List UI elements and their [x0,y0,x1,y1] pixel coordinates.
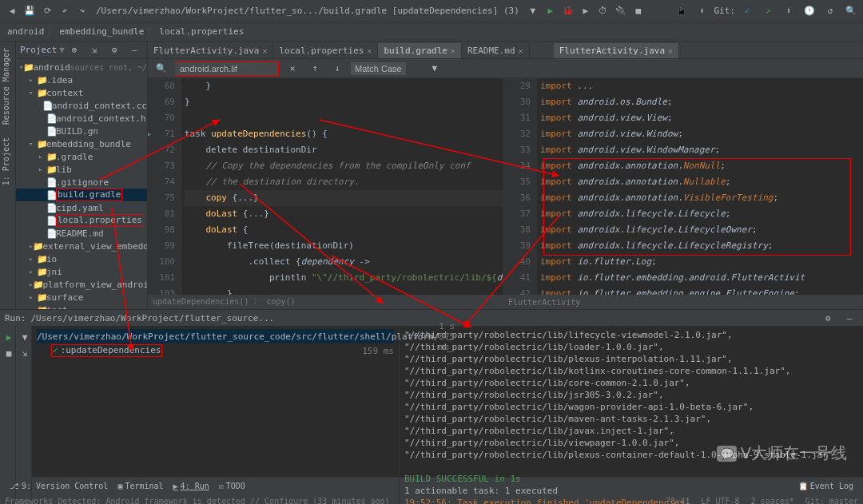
rerun-icon[interactable]: ▶ [1,329,17,345]
window-path: /Users/vimerzhao/WorkProject/flutter_so.… [91,6,524,16]
run-task-tree[interactable]: /Users/vimerzhao/WorkProject/flutter_sou… [32,326,400,504]
tree-item[interactable]: 📄local.properties [16,214,147,227]
left-tool-rail: Resource Manager 1: Project [0,42,16,309]
coverage-icon[interactable]: ▶ [578,3,594,19]
prev-match-icon[interactable]: ↑ [307,61,323,77]
breadcrumb-item[interactable]: android [5,26,46,37]
dropdown-icon[interactable]: ▼ [525,3,541,19]
tree-item[interactable]: 📄android_context.cc [16,99,147,112]
attach-icon[interactable]: 🔌 [613,3,629,19]
gear-icon[interactable]: ⚙ [820,310,836,326]
run-icon[interactable]: ▶ [543,3,559,19]
tree-item[interactable]: 📄cipd.yaml [16,201,147,214]
vcs-update-icon[interactable]: ✓ [739,3,755,19]
git-label: Git: [714,6,736,16]
sdk-icon[interactable]: ⬇ [694,3,710,19]
expand-icon[interactable]: ⇲ [86,42,102,58]
tree-item[interactable]: ▸📁.gradle [16,150,147,163]
navigation-bar: android 〉 embedding_bundle 〉 local.prope… [0,22,863,42]
hide-icon[interactable]: — [126,42,142,58]
collapse-icon[interactable]: ▼ [17,329,33,345]
run-toolbar2: ▼ ⇲ [16,326,32,504]
tree-item[interactable]: ▸📁lib [16,163,147,176]
close-icon[interactable]: ✕ [284,61,300,77]
save-icon[interactable]: 💾 [22,3,38,19]
editor-tab[interactable]: FlutterActivity.java✕ [148,43,273,58]
close-icon[interactable]: ✕ [451,46,455,55]
next-match-icon[interactable]: ↓ [329,61,345,77]
vcs-commit-icon[interactable]: ↗ [760,3,776,19]
search-icon[interactable]: 🔍 [153,61,169,77]
tree-item[interactable]: ▸📁jni [16,265,147,278]
editor-tab[interactable]: build.gradle✕ [378,43,462,58]
editor-tab[interactable]: local.properties✕ [273,43,378,58]
gear-icon[interactable]: ⚙ [106,42,122,58]
editor-tab[interactable]: FlutterActivity.java✕ [554,43,679,58]
stop-icon[interactable]: ■ [1,345,17,361]
tree-item[interactable]: ▸📁external_view_embedder [16,240,147,252]
vcs-history-icon[interactable]: 🕐 [801,3,817,19]
left-arrow-icon[interactable]: ◀ [4,3,20,19]
editor-area: FlutterActivity.java✕local.properties✕bu… [148,42,863,309]
expand-icon[interactable]: ⇲ [17,345,33,361]
close-icon[interactable]: ✕ [367,46,372,55]
search-icon[interactable]: 🔍 [843,3,859,19]
editor-tab[interactable]: README.md✕ [462,43,530,58]
resource-manager-tab[interactable]: Resource Manager [0,42,12,131]
vcs-rollback-icon[interactable]: ↺ [822,3,838,19]
tree-item[interactable]: ▸📁io [16,252,147,265]
java-editor[interactable]: 29303132333435363738394041424344 import … [503,78,863,295]
project-tab[interactable]: 1: Project [0,131,12,192]
watermark: 💬V大师在一号线 [717,442,847,464]
tree-item[interactable]: 📄build.gradle [16,189,147,201]
breadcrumb-item[interactable]: local.properties [157,26,246,37]
tree-item[interactable]: ▸📁surface [16,291,147,304]
project-tree[interactable]: ▾📁android sources root, ~/WorkP▸📁.idea▾📁… [16,59,147,309]
find-bar: 🔍 ✕ ↑ ↓ Match Case ▼ [148,59,863,78]
tree-item[interactable]: ▾📁context [16,86,147,99]
match-case-button[interactable]: Match Case [351,62,406,75]
hide-icon[interactable]: — [841,310,857,326]
profile-icon[interactable]: ⏱ [595,3,611,19]
project-tool-window: Project ▼ ⊕ ⇲ ⚙ — ▾📁android sources root… [16,42,148,309]
tree-item[interactable]: ▾📁embedding_bundle [16,137,147,150]
project-title: Project [20,45,57,55]
tree-item[interactable]: ▸📁test [16,304,147,309]
tree-item[interactable]: 📄android_context.h [16,112,147,125]
project-header: Project ▼ ⊕ ⇲ ⚙ — [16,42,147,59]
avd-icon[interactable]: 📱 [674,3,690,19]
close-icon[interactable]: ✕ [262,46,267,55]
vcs-push-icon[interactable]: ⬆ [781,3,797,19]
event-log-tab[interactable]: 📋Event Log [793,482,858,490]
tree-item[interactable]: 📄README.md [16,227,147,240]
close-icon[interactable]: ✕ [519,46,523,55]
tree-item[interactable]: ▸📁platform_view_android_deleg [16,278,147,291]
gradle-editor[interactable]: 686970▶7172737475819899100101103104 }}ta… [148,78,503,295]
main-toolbar: ◀ 💾 ⟳ ↶ ↷ /Users/vimerzhao/WorkProject/f… [0,0,863,22]
tree-item[interactable]: 📄.gitignore [16,176,147,189]
stop-icon[interactable]: ■ [630,3,646,19]
debug-icon[interactable]: 🐞 [560,3,576,19]
target-icon[interactable]: ⊕ [66,42,82,58]
filter-icon[interactable]: ▼ [427,61,443,77]
breadcrumb-item[interactable]: embedding_bundle [57,26,146,37]
close-icon[interactable]: ✕ [668,46,673,55]
run-toolbar: ▶ ■ [0,326,16,504]
redo-icon[interactable]: ↷ [74,3,90,19]
tree-item[interactable]: ▾📁android sources root, ~/WorkP [16,61,147,73]
tree-item[interactable]: ▸📁.idea [16,73,147,86]
refresh-icon[interactable]: ⟳ [39,3,55,19]
run-header: Run: /Users/vimerzhao/WorkProject/flutte… [0,310,863,326]
undo-icon[interactable]: ↶ [57,3,73,19]
run-console[interactable]: "//third_party/robolectric/lib/lifecycle… [400,326,863,504]
editor-breadcrumb: updateDependencies() 〉 copy() FlutterAct… [148,295,863,309]
tree-item[interactable]: 📄BUILD.gn [16,125,147,137]
find-input[interactable] [175,62,279,76]
editor-tabs: FlutterActivity.java✕local.properties✕bu… [148,42,863,59]
